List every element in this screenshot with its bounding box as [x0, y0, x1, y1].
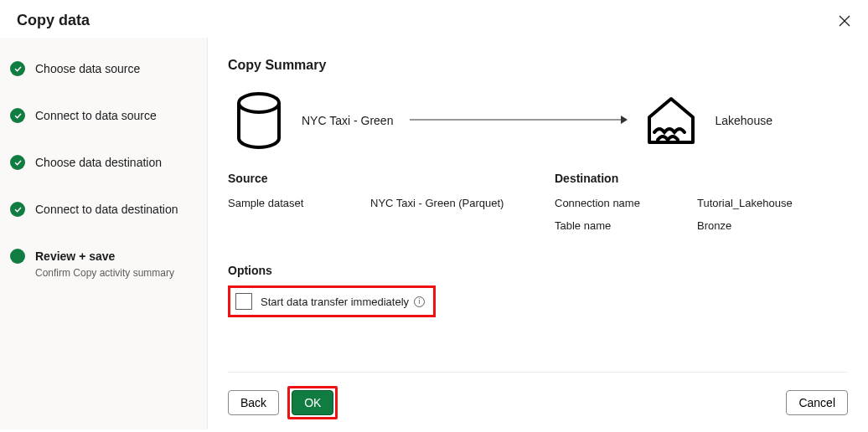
check-circle-icon: [10, 61, 25, 76]
cancel-button[interactable]: Cancel: [786, 390, 848, 415]
ok-button[interactable]: OK: [292, 390, 333, 415]
source-column: Source Sample datasetNYC Taxi - Green (P…: [228, 172, 521, 242]
wizard-step[interactable]: Connect to data destination: [10, 198, 197, 245]
close-button[interactable]: [838, 14, 851, 28]
kv-row: Sample datasetNYC Taxi - Green (Parquet): [228, 197, 521, 209]
kv-key: Sample dataset: [228, 197, 370, 209]
arrow-right-icon: [410, 113, 628, 128]
check-circle-icon: [10, 108, 25, 123]
kv-value: Bronze: [697, 219, 731, 232]
lakehouse-icon: [644, 95, 698, 146]
wizard-step[interactable]: Choose data destination: [10, 152, 197, 198]
wizard-sidebar: Choose data sourceConnect to data source…: [0, 38, 208, 429]
destination-column: Destination Connection nameTutorial_Lake…: [555, 172, 848, 242]
step-label: Connect to data destination: [35, 202, 178, 217]
step-label: Choose data source: [35, 61, 140, 76]
step-label: Review + save: [35, 249, 174, 264]
step-current-icon: [10, 249, 25, 264]
database-icon: [233, 91, 285, 150]
step-label: Choose data destination: [35, 155, 162, 170]
kv-row: Table nameBronze: [555, 219, 848, 232]
source-heading: Source: [228, 172, 521, 185]
step-subtitle: Confirm Copy activity summary: [35, 267, 174, 279]
option-start-transfer[interactable]: Start data transfer immediately i: [228, 285, 436, 317]
kv-key: Connection name: [555, 197, 697, 209]
options-heading: Options: [228, 264, 848, 277]
kv-key: Table name: [555, 219, 697, 232]
destination-heading: Destination: [555, 172, 848, 185]
diagram-dest-label: Lakehouse: [715, 114, 772, 127]
wizard-step[interactable]: Choose data source: [10, 58, 197, 105]
kv-value: Tutorial_Lakehouse: [697, 197, 793, 209]
diagram-source-label: NYC Taxi - Green: [302, 114, 393, 127]
option-start-label: Start data transfer immediately: [261, 296, 409, 308]
close-icon: [839, 15, 850, 27]
checkbox-icon: [235, 293, 252, 310]
kv-value: NYC Taxi - Green (Parquet): [370, 197, 504, 209]
wizard-step[interactable]: Review + saveConfirm Copy activity summa…: [10, 245, 197, 284]
check-circle-icon: [10, 202, 25, 217]
summary-diagram: NYC Taxi - Green Lakehouse: [228, 91, 848, 150]
dialog-footer: Back OK Cancel: [228, 372, 848, 419]
back-button[interactable]: Back: [228, 390, 279, 415]
dialog-title: Copy data: [17, 12, 90, 29]
wizard-step[interactable]: Connect to data source: [10, 105, 197, 152]
step-label: Connect to data source: [35, 108, 157, 123]
summary-title: Copy Summary: [228, 58, 848, 73]
dialog-header: Copy data: [0, 0, 868, 38]
check-circle-icon: [10, 155, 25, 170]
kv-row: Connection nameTutorial_Lakehouse: [555, 197, 848, 209]
svg-point-2: [239, 94, 279, 112]
info-icon[interactable]: i: [414, 296, 425, 307]
